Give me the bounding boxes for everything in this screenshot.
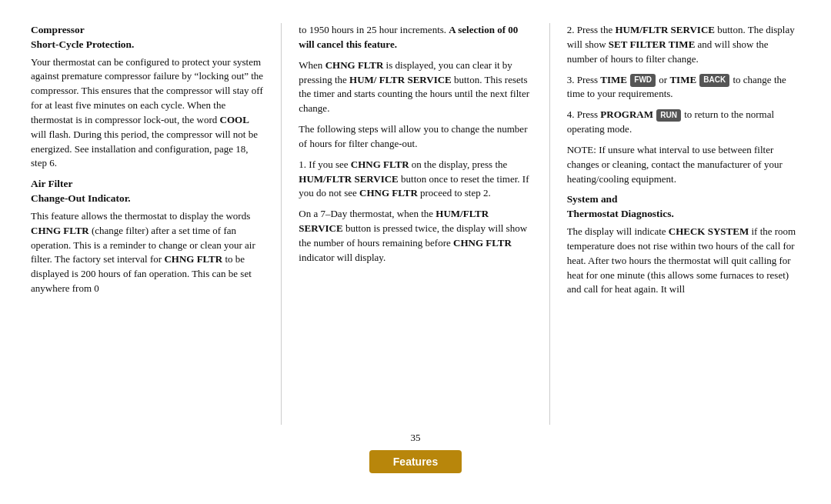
- chng-fltr-keyword-4: CHNG FLTR: [351, 159, 409, 170]
- chng-fltr-keyword-6: CHNG FLTR: [453, 237, 512, 249]
- hum-fltr-keyword-4: HUM/FLTR SERVICE: [616, 24, 715, 35]
- features-button[interactable]: Features: [369, 450, 462, 473]
- chng-fltr-keyword-3: CHNG FLTR: [325, 59, 384, 71]
- section-compressor-body: Your thermostat can be configured to pro…: [31, 55, 264, 172]
- page: Compressor Short-Cycle Protection. Your …: [0, 0, 831, 504]
- col2-para3: The following steps will allow you to ch…: [299, 122, 532, 152]
- page-number: 35: [411, 431, 421, 446]
- time-keyword-1: TIME: [600, 74, 627, 85]
- section-compressor-title-line1: Compressor: [31, 24, 85, 35]
- col3-note: NOTE: If unsure what interval to use bet…: [567, 143, 800, 187]
- run-badge: RUN: [656, 109, 681, 122]
- section-compressor-title: Compressor Short-Cycle Protection.: [31, 23, 264, 52]
- section-airfilter-title-line2: Change-Out Indicator.: [31, 192, 131, 204]
- section-diagnostics-title-line1: System and: [567, 193, 618, 205]
- col3-step4: 4. Press PROGRAM RUN to return to the no…: [567, 108, 800, 137]
- col2-step1: 1. If you see CHNG FLTR on the display, …: [299, 158, 532, 202]
- section-airfilter-title-line1: Air Filter: [31, 178, 72, 189]
- hum-fltr-keyword-1: HUM/ FLTR SERVICE: [349, 74, 452, 85]
- divider-1: [281, 23, 282, 425]
- back-badge: BACK: [699, 74, 729, 87]
- col2-para1-bold: A selection of 00 will cancel this featu…: [299, 24, 518, 50]
- check-system-keyword: CHECK SYSTEM: [669, 225, 749, 237]
- chng-fltr-keyword-1: CHNG FLTR: [31, 225, 89, 236]
- hum-fltr-keyword-3: HUM/FLTR SERVICE: [299, 208, 489, 234]
- chng-fltr-keyword-2: CHNG FLTR: [164, 253, 222, 265]
- col3-step3: 3. Press TIME FWD or TIME BACK to change…: [567, 73, 800, 102]
- section-airfilter-title: Air Filter Change-Out Indicator.: [31, 177, 264, 206]
- section-airfilter-body: This feature allows the thermostat to di…: [31, 209, 264, 296]
- col2-para4: On a 7–Day thermostat, when the HUM/FLTR…: [299, 207, 532, 265]
- fwd-badge: FWD: [630, 74, 656, 87]
- hum-fltr-keyword-2: HUM/FLTR SERVICE: [299, 173, 398, 185]
- col2-para2: When CHNG FLTR is displayed, you can cle…: [299, 58, 532, 116]
- bottom-area: 35 Features: [31, 425, 800, 473]
- column-3: 2. Press the HUM/FLTR SERVICE button. Th…: [553, 23, 800, 425]
- program-keyword: PROGRAM: [600, 108, 653, 120]
- column-1: Compressor Short-Cycle Protection. Your …: [31, 23, 278, 425]
- col3-step2: 2. Press the HUM/FLTR SERVICE button. Th…: [567, 23, 800, 67]
- divider-2: [549, 23, 550, 425]
- section-diagnostics-title-line2: Thermostat Diagnostics.: [567, 208, 674, 219]
- col2-para1: to 1950 hours in 25 hour increments. A s…: [299, 23, 532, 52]
- section-compressor-title-line2: Short-Cycle Protection.: [31, 38, 134, 50]
- section-diagnostics-body: The display will indicate CHECK SYSTEM i…: [567, 225, 800, 297]
- time-keyword-2: TIME: [669, 74, 696, 85]
- content-columns: Compressor Short-Cycle Protection. Your …: [31, 23, 800, 425]
- chng-fltr-keyword-5: CHNG FLTR: [359, 187, 418, 199]
- cool-keyword: COOL: [220, 114, 249, 125]
- column-2: to 1950 hours in 25 hour increments. A s…: [285, 23, 546, 425]
- set-filter-time-keyword: SET FILTER TIME: [609, 38, 695, 50]
- section-diagnostics-title: System and Thermostat Diagnostics.: [567, 192, 800, 222]
